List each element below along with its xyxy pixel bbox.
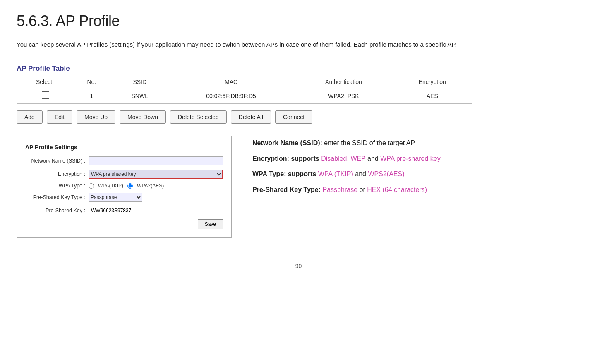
page-footer: 90 — [17, 263, 580, 269]
key-type-row: Pre-Shared Key Type : Passphrase — [25, 193, 223, 202]
settings-panel-title: AP Profile Settings — [25, 144, 223, 151]
col-no: No. — [72, 76, 112, 88]
move-up-button[interactable]: Move Up — [77, 110, 115, 124]
wpa-tkip-label: WPA(TKIP) — [98, 183, 123, 189]
network-name-row: Network Name (SSID) : — [25, 156, 223, 165]
info-line3-pink2: WPS2(AES) — [368, 170, 404, 177]
key-label: Pre-Shared Key : — [25, 208, 85, 213]
info-line2-bold: Encryption: supports — [252, 155, 321, 162]
add-button[interactable]: Add — [17, 110, 43, 124]
wpa-type-label: WPA Type : — [25, 183, 85, 189]
info-line2-pink1: Disabled — [321, 155, 347, 162]
info-line4-bold: Pre-Shared Key Type: — [252, 186, 323, 193]
settings-panel: AP Profile Settings Network Name (SSID) … — [17, 136, 232, 238]
wpa-type-options: WPA(TKIP) WPA2(AES) — [89, 183, 223, 189]
ap-profile-table-section: AP Profile Table Select No. SSID MAC Aut… — [17, 65, 580, 124]
info-line-1: Network Name (SSID): enter the SSID of t… — [252, 136, 580, 150]
key-type-label: Pre-Shared Key Type : — [25, 194, 85, 200]
info-line2-pink2: WEP — [350, 155, 365, 162]
row-auth: WPA2_PSK — [294, 88, 393, 104]
lower-section: AP Profile Settings Network Name (SSID) … — [17, 136, 580, 238]
delete-selected-button[interactable]: Delete Selected — [170, 110, 227, 124]
info-line4-pink2: HEX (64 characters) — [367, 186, 427, 193]
col-mac: MAC — [168, 76, 295, 88]
row-ssid: SNWL — [112, 88, 168, 104]
wpa-type-row: WPA Type : WPA(TKIP) WPA2(AES) — [25, 183, 223, 189]
encryption-row: Encryption : WPA pre shared key — [25, 170, 223, 179]
info-line1-normal: enter the SSID of the target AP — [322, 139, 415, 146]
col-select: Select — [17, 76, 72, 88]
table-row: 1 SNWL 00:02:6F:DB:9F:D5 WPA2_PSK AES — [17, 88, 472, 104]
key-input[interactable]: WW96623S97837 — [89, 206, 223, 215]
wpa-aes-radio[interactable] — [127, 183, 133, 189]
info-line3-normal: and — [353, 170, 368, 177]
page-title: 5.6.3. AP Profile — [17, 12, 580, 30]
move-down-button[interactable]: Move Down — [120, 110, 166, 124]
profile-table: Select No. SSID MAC Authentication Encry… — [17, 76, 472, 104]
col-ssid: SSID — [112, 76, 168, 88]
save-row: Save — [25, 219, 223, 229]
info-line2-normal2: and — [366, 155, 381, 162]
row-mac: 00:02:6F:DB:9F:D5 — [168, 88, 295, 104]
select-checkbox[interactable] — [42, 91, 49, 99]
intro-text: You can keep several AP Profiles (settin… — [17, 40, 554, 50]
info-line3-bold: WPA Type: supports — [252, 170, 318, 177]
info-line4-pink1: Passphrase — [323, 186, 358, 193]
button-row: Add Edit Move Up Move Down Delete Select… — [17, 110, 580, 124]
network-name-label: Network Name (SSID) : — [25, 158, 85, 164]
info-line2-pink3: WPA pre-shared key — [380, 155, 441, 162]
row-no: 1 — [72, 88, 112, 104]
network-name-input[interactable] — [89, 156, 223, 165]
row-select-cell[interactable] — [17, 88, 72, 104]
connect-button[interactable]: Connect — [275, 110, 312, 124]
info-line-2: Encryption: supports Disabled, WEP and W… — [252, 152, 580, 166]
info-line3-pink1: WPA (TKIP) — [318, 170, 353, 177]
delete-all-button[interactable]: Delete All — [231, 110, 271, 124]
info-line1-bold: Network Name (SSID): — [252, 139, 322, 146]
key-type-select[interactable]: Passphrase — [89, 193, 142, 202]
wpa-tkip-radio[interactable] — [89, 183, 94, 189]
edit-button[interactable]: Edit — [47, 110, 72, 124]
info-panel: Network Name (SSID): enter the SSID of t… — [252, 136, 580, 198]
col-encryption: Encryption — [393, 76, 472, 88]
info-line4-normal: or — [357, 186, 367, 193]
key-row: Pre-Shared Key : WW96623S97837 — [25, 206, 223, 215]
encryption-select[interactable]: WPA pre shared key — [89, 170, 223, 179]
col-auth: Authentication — [294, 76, 393, 88]
encryption-label: Encryption : — [25, 171, 85, 177]
save-button[interactable]: Save — [198, 219, 223, 229]
table-header-row: Select No. SSID MAC Authentication Encry… — [17, 76, 472, 88]
info-line-4: Pre-Shared Key Type: Passphrase or HEX (… — [252, 183, 580, 197]
info-line-3: WPA Type: supports WPA (TKIP) and WPS2(A… — [252, 167, 580, 181]
wpa-aes-label: WPA2(AES) — [137, 183, 164, 189]
row-encryption: AES — [393, 88, 472, 104]
page-number: 90 — [295, 263, 302, 269]
table-title: AP Profile Table — [17, 65, 580, 73]
